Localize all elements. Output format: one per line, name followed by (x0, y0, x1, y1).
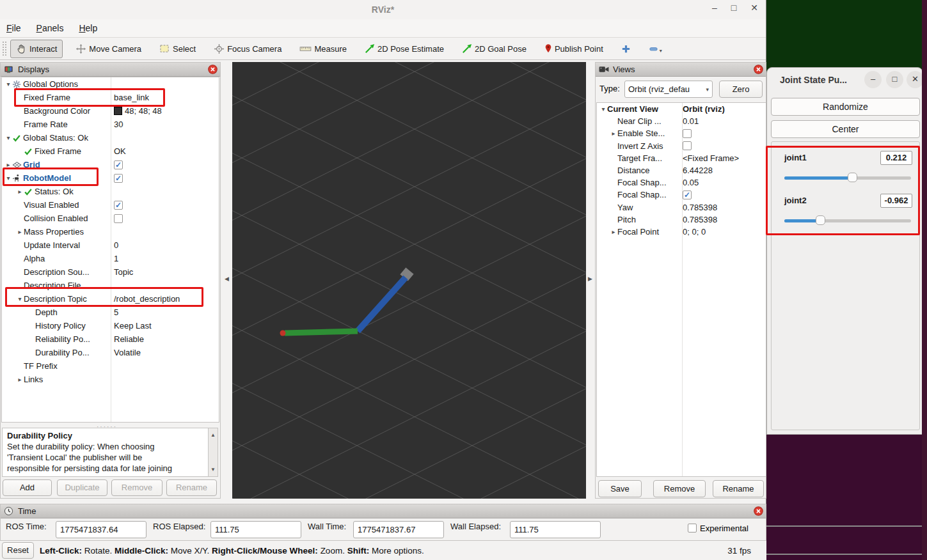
property-value[interactable] (114, 214, 123, 223)
property-value[interactable]: 0.01 (683, 116, 699, 126)
displays-close-icon[interactable] (208, 65, 218, 74)
property-value[interactable] (683, 129, 692, 138)
property-value[interactable]: 5 (114, 307, 118, 317)
expand-arrow[interactable]: ▸ (16, 188, 24, 195)
tree-row[interactable]: Reliability Po...Reliable (2, 332, 219, 346)
tree-row[interactable]: Yaw0.785398 (597, 201, 766, 214)
property-value[interactable]: Keep Last (114, 321, 152, 331)
close-button[interactable]: ✕ (750, 3, 758, 13)
tree-row[interactable]: ▸Status: Ok (2, 185, 219, 198)
reset-button[interactable]: Reset (2, 542, 34, 559)
jsp-maximize-button[interactable]: □ (886, 71, 903, 88)
2d-goal-pose-button[interactable]: 2D Goal Pose (457, 40, 532, 57)
time-field-input[interactable]: 1775471837.64 (56, 521, 147, 538)
expand-arrow[interactable]: ▸ (16, 228, 24, 235)
collapse-left-panel-arrow[interactable]: ◀ (225, 276, 229, 282)
tree-row[interactable]: History PolicyKeep Last (2, 319, 219, 332)
tree-row[interactable]: Description Sou...Topic (2, 265, 219, 279)
checkbox-unchecked[interactable] (683, 129, 692, 138)
color-swatch[interactable] (114, 107, 122, 115)
views-save-button[interactable]: Save (598, 480, 642, 497)
2d-pose-estimate-button[interactable]: 2D Pose Estimate (360, 40, 449, 57)
views-close-icon[interactable] (754, 65, 763, 74)
property-value[interactable]: ✓ (114, 174, 123, 183)
property-value[interactable] (683, 141, 692, 150)
tree-row[interactable]: Target Fra...<Fixed Frame> (597, 152, 766, 164)
property-value[interactable]: ✓ (683, 191, 692, 199)
expand-arrow[interactable]: ▾ (4, 134, 12, 141)
checkbox-unchecked[interactable] (683, 141, 692, 150)
checkbox-unchecked[interactable] (114, 214, 123, 223)
checkbox-checked[interactable]: ✓ (114, 174, 123, 183)
tree-row[interactable]: ▸Focal Point0; 0; 0 (597, 226, 766, 238)
view-type-combo[interactable]: Orbit (rviz_defau▾ (624, 81, 713, 98)
minus-tool-button[interactable]: ▾ (644, 41, 667, 57)
collapse-right-panel-arrow[interactable]: ▶ (588, 276, 592, 282)
property-value[interactable]: ✓ (114, 160, 123, 169)
tree-row[interactable]: Durability Po...Volatile (2, 346, 219, 359)
tree-row[interactable]: Focal Shap...0.05 (597, 176, 766, 189)
checkbox-checked[interactable]: ✓ (114, 201, 123, 210)
3d-viewport[interactable] (232, 62, 586, 499)
tree-row[interactable]: Near Clip ...0.01 (597, 115, 766, 127)
select-button[interactable]: Select (154, 41, 201, 57)
checkbox-checked[interactable]: ✓ (114, 160, 123, 169)
menu-help[interactable]: Help (79, 23, 97, 33)
property-value[interactable]: 6.44228 (683, 166, 713, 175)
property-value[interactable]: 1 (114, 254, 118, 263)
time-close-icon[interactable] (754, 506, 763, 516)
views-rename-button[interactable]: Rename (713, 480, 764, 497)
property-value[interactable]: OK (114, 146, 126, 156)
measure-button[interactable]: Measure (294, 41, 352, 57)
toolbar-drag-handle[interactable] (3, 42, 6, 56)
expand-arrow[interactable]: ▸ (16, 376, 24, 383)
jsp-minimize-button[interactable]: – (864, 71, 882, 88)
menu-file[interactable]: File (6, 23, 21, 33)
time-field-input[interactable]: 111.75 (510, 521, 601, 538)
property-value[interactable]: 0.785398 (683, 215, 717, 224)
property-value[interactable]: 0.785398 (683, 203, 717, 212)
menu-panels[interactable]: Panels (36, 23, 64, 33)
tree-row[interactable]: ▾Global Status: Ok (2, 131, 219, 144)
property-value[interactable]: Topic (114, 267, 133, 277)
property-value[interactable]: 0 (114, 240, 118, 250)
property-value[interactable]: 48; 48; 48 (114, 106, 162, 116)
property-value[interactable]: 0; 0; 0 (683, 227, 706, 237)
expand-arrow[interactable]: ▾ (599, 105, 607, 113)
tree-row[interactable]: Collision Enabled (2, 212, 219, 225)
experimental-checkbox[interactable] (688, 524, 697, 533)
expand-arrow[interactable]: ▸ (610, 130, 617, 137)
tree-row[interactable]: Focal Shap...✓ (597, 189, 766, 201)
add-button[interactable]: Add (3, 479, 52, 496)
time-field-input[interactable]: 1775471837.67 (353, 521, 444, 538)
maximize-button[interactable]: □ (731, 3, 736, 13)
publish-point-button[interactable]: Publish Point (539, 40, 608, 57)
tree-row[interactable]: Update Interval0 (2, 238, 219, 252)
zero-button[interactable]: Zero (719, 81, 763, 98)
tree-row[interactable]: TF Prefix (2, 359, 219, 373)
tree-row[interactable]: Alpha1 (2, 252, 219, 265)
time-field-input[interactable]: 111.75 (210, 521, 301, 538)
views-remove-button[interactable]: Remove (653, 480, 706, 497)
tree-row[interactable]: ▸Enable Ste... (597, 127, 766, 139)
focus-camera-button[interactable]: Focus Camera (209, 40, 287, 58)
checkbox-checked[interactable]: ✓ (683, 191, 692, 199)
expand-arrow[interactable]: ▾ (4, 81, 12, 88)
tree-row[interactable]: Fixed FrameOK (2, 144, 219, 158)
tree-row[interactable]: Visual Enabled✓ (2, 198, 219, 212)
property-value[interactable]: 30 (114, 120, 123, 129)
property-value[interactable]: Reliable (114, 334, 144, 344)
minimize-button[interactable]: – (712, 3, 717, 13)
property-value[interactable]: 0.05 (683, 178, 699, 187)
tree-row[interactable]: Depth5 (2, 306, 219, 319)
randomize-button[interactable]: Randomize (771, 98, 920, 116)
property-value[interactable]: <Fixed Frame> (683, 153, 739, 163)
tree-row[interactable]: Pitch0.785398 (597, 214, 766, 226)
property-value[interactable]: ✓ (114, 201, 123, 210)
tree-row[interactable]: Frame Rate30 (2, 118, 219, 131)
center-button[interactable]: Center (771, 120, 920, 138)
dropdown-arrow-icon[interactable]: ▾ (660, 48, 662, 54)
tree-row[interactable]: ▾Current ViewOrbit (rviz) (597, 103, 766, 115)
tree-row[interactable]: ▸Mass Properties (2, 225, 219, 238)
tree-row[interactable]: Distance6.44228 (597, 164, 766, 176)
